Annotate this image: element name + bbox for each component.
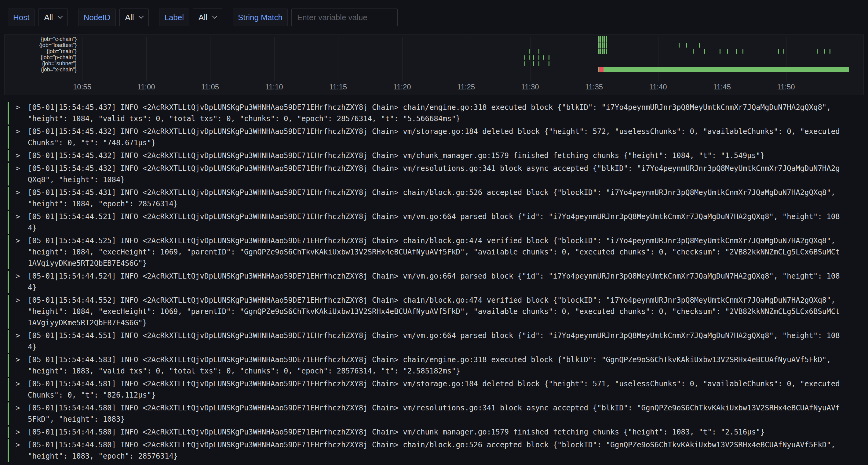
time-tick-label: 11:35 [576,83,612,91]
grid-line [786,37,786,81]
log-volume-mark [742,49,743,54]
log-volume-bar [598,67,849,72]
variable-nodeid-value: All [125,13,134,22]
time-tick-label: 11:05 [192,83,228,91]
expand-log-icon[interactable]: > [16,295,28,329]
expand-log-icon[interactable]: > [16,427,28,438]
time-tick-label: 11:40 [640,83,677,91]
log-volume-mark [598,36,599,42]
log-line-text: [05-01|15:54:45.432] INFO <2AcRkXTLLtQjv… [28,163,840,186]
variable-host-select[interactable]: All [38,8,68,26]
variable-nodeid: NodeIDAll [78,8,149,26]
variables-toolbar: HostAllNodeIDAllLabelAllString Match [0,0,868,26]
expand-log-icon[interactable]: > [16,187,28,210]
log-volume-mark [606,48,607,54]
expand-log-icon[interactable]: > [16,126,28,148]
log-volume-mark [529,49,530,54]
log-line-text: [05-01|15:54:44.552] INFO <2AcRkXTLLtQjv… [28,295,840,329]
log-row[interactable]: >[05-01|15:54:44.552] INFO <2AcRkXTLLtQj… [8,295,864,329]
log-row[interactable]: >[05-01|15:54:44.551] INFO <2AcRkXTLLtQj… [8,330,864,353]
log-row[interactable]: >[05-01|15:54:44.580] INFO <2AcRkXTLLtQj… [8,402,864,425]
log-line-text: [05-01|15:54:44.580] INFO <2AcRkXTLLtQjv… [28,402,840,425]
log-line-text: [05-01|15:54:44.583] INFO <2AcRkXTLLtQjv… [28,354,840,377]
log-volume-mark [598,48,599,54]
log-row[interactable]: >[05-01|15:54:44.580] INFO <2AcRkXTLLtQj… [8,427,864,438]
variable-string-match-input[interactable] [291,8,398,26]
log-line-text: [05-01|15:54:45.437] INFO <2AcRkXTLLtQjv… [28,102,840,125]
log-row[interactable]: >[05-01|15:54:44.581] INFO <2AcRkXTLLtQj… [8,378,864,401]
log-volume-mark [693,49,693,54]
log-volume-mark [603,42,605,48]
log-row[interactable]: >[05-01|15:54:45.432] INFO <2AcRkXTLLtQj… [8,126,864,148]
log-row[interactable]: >[05-01|15:54:45.437] INFO <2AcRkXTLLtQj… [8,102,864,125]
variable-label-value: All [198,13,207,22]
log-line-text: [05-01|15:54:45.432] INFO <2AcRkXTLLtQjv… [28,126,840,148]
variable-host-value: All [44,13,53,22]
variable-host-label: Host [8,8,34,26]
variable-label-select[interactable]: All [193,8,222,26]
log-volume-timeline-panel[interactable]: 10:5511:0011:0511:1011:1511:2011:2511:30… [4,34,864,95]
time-tick-label: 11:10 [256,83,292,91]
grid-line [274,37,275,81]
log-volume-mark [603,48,605,54]
variable-label: LabelAll [159,8,222,26]
log-volume-bar [599,67,604,72]
grid-line [402,37,403,81]
variable-nodeid-select[interactable]: All [119,8,149,26]
grid-line [338,37,338,81]
log-row[interactable]: >[05-01|15:54:44.580] INFO <2AcRkXTLLtQj… [8,439,864,462]
time-tick-label: 11:25 [448,83,485,91]
expand-log-icon[interactable]: > [16,211,28,234]
log-volume-mark [817,49,817,54]
expand-log-icon[interactable]: > [16,402,28,425]
log-line-text: [05-01|15:54:44.581] INFO <2AcRkXTLLtQjv… [28,378,840,401]
expand-log-icon[interactable]: > [16,330,28,353]
log-row[interactable]: >[05-01|15:54:45.432] INFO <2AcRkXTLLtQj… [8,150,864,161]
log-volume-mark [603,36,605,42]
log-volume-mark [727,49,728,54]
time-tick-label: 11:50 [768,83,804,91]
log-line-text: [05-01|15:54:45.431] INFO <2AcRkXTLLtQjv… [28,187,840,210]
log-volume-mark [602,42,603,48]
log-line-text: [05-01|15:54:45.432] INFO <2AcRkXTLLtQjv… [28,150,840,161]
log-volume-mark [533,61,534,66]
lane-label: {job="c-chain"} [5,36,77,42]
expand-log-icon[interactable]: > [16,439,28,462]
variable-label-label: Label [159,8,189,26]
log-volume-mark [736,49,737,54]
chevron-down-icon [58,14,63,19]
logs-panel: >[05-01|15:54:45.437] INFO <2AcRkXTLLtQj… [8,102,864,462]
lane-label: {job="p-chain"} [5,54,77,60]
log-row[interactable]: >[05-01|15:54:44.583] INFO <2AcRkXTLLtQj… [8,354,864,377]
time-tick-label: 11:00 [128,83,165,91]
time-tick-label: 11:15 [320,83,356,91]
variable-nodeid-label: NodeID [78,8,116,26]
log-row[interactable]: >[05-01|15:54:44.524] INFO <2AcRkXTLLtQj… [8,271,864,293]
chevron-down-icon [212,14,217,19]
grid-line [658,37,658,81]
expand-log-icon[interactable]: > [16,163,28,186]
log-volume-mark [549,61,550,66]
expand-log-icon[interactable]: > [16,378,28,401]
log-row[interactable]: >[05-01|15:54:44.521] INFO <2AcRkXTLLtQj… [8,211,864,234]
log-volume-mark [606,36,607,42]
log-row[interactable]: >[05-01|15:54:45.432] INFO <2AcRkXTLLtQj… [8,163,864,186]
log-volume-mark [543,55,544,60]
timeline-plot: 10:5511:0011:0511:1011:1511:2011:2511:30… [5,34,863,95]
log-line-text: [05-01|15:54:44.525] INFO <2AcRkXTLLtQjv… [28,235,840,269]
grid-line [466,37,466,81]
grafana-logs-dashboard: HostAllNodeIDAllLabelAllString Match 10:… [0,0,868,462]
lane-label: {job="loadtest"} [5,42,77,48]
expand-log-icon[interactable]: > [16,150,28,161]
expand-log-icon[interactable]: > [16,271,28,293]
lane-label: {job="main"} [5,48,77,54]
expand-log-icon[interactable]: > [16,102,28,125]
log-volume-mark [533,55,534,60]
log-row[interactable]: >[05-01|15:54:45.431] INFO <2AcRkXTLLtQj… [8,187,864,210]
expand-log-icon[interactable]: > [16,235,28,269]
log-volume-mark [602,36,603,42]
grid-line [722,37,722,81]
time-tick-label: 11:30 [512,83,549,91]
expand-log-icon[interactable]: > [16,354,28,377]
log-row[interactable]: >[05-01|15:54:44.525] INFO <2AcRkXTLLtQj… [8,235,864,269]
